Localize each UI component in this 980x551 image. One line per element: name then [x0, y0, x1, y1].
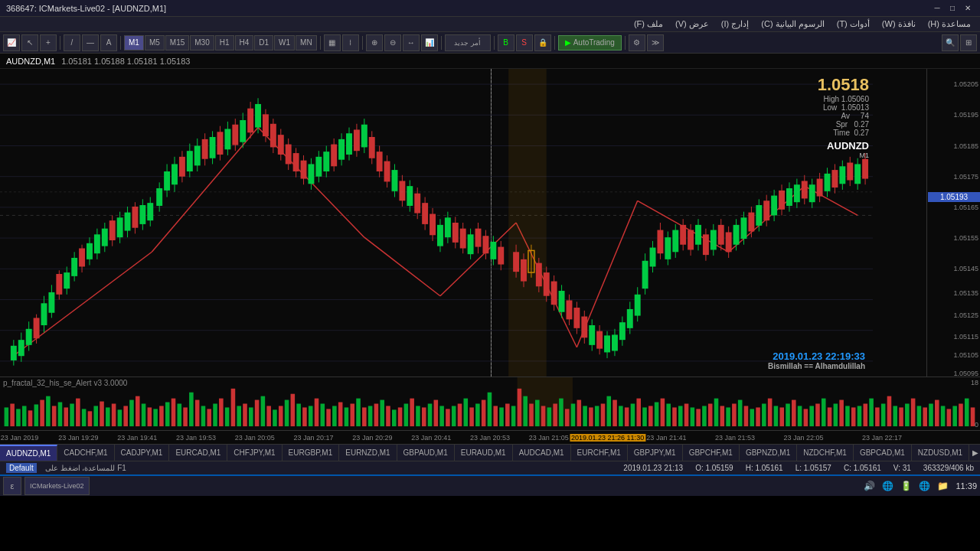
autotrading-btn[interactable]: ▶ AutoTrading: [558, 35, 622, 51]
tab-eurnzd-m1[interactable]: EURNZD,M1: [339, 445, 397, 461]
bar-btn[interactable]: ⁞: [342, 34, 359, 51]
svg-rect-384: [815, 404, 820, 427]
chart-container[interactable]: 1.0518 High 1.05060 Low 1.05013 Av 74 Sp…: [0, 69, 926, 377]
hline-tool[interactable]: —: [82, 34, 99, 51]
svg-rect-368: [720, 406, 725, 426]
svg-rect-239: [839, 166, 845, 184]
datetime-stamp: 2019.01.23 22:19:33 Bismillah == Alhamdu…: [768, 350, 865, 370]
folder-icon[interactable]: 📁: [936, 479, 949, 493]
menu-bar: مساعدة (H) نافذة (W) أدوات (T) الرسوم ال…: [0, 17, 980, 32]
svg-rect-283: [219, 399, 224, 426]
tf-m30[interactable]: M30: [190, 35, 214, 51]
sell-btn[interactable]: S: [516, 34, 533, 51]
menu-view[interactable]: عرض (V): [669, 17, 715, 31]
tab-eurgbp-m1[interactable]: EURGBP,M1: [283, 445, 340, 461]
search-btn[interactable]: 🔍: [942, 34, 959, 51]
tab-gbpchf-m1[interactable]: GBPCHF,M1: [683, 445, 740, 461]
tab-gbpjpy-m1[interactable]: GBPJPY,M1: [628, 445, 683, 461]
tab-eurchf-m1[interactable]: EURCHF,M1: [571, 445, 628, 461]
zoom-out-btn[interactable]: ⊖: [384, 34, 401, 51]
svg-rect-388: [839, 400, 844, 427]
menu-window[interactable]: نافذة (W): [876, 17, 922, 31]
candles-dip1: [293, 119, 375, 190]
tab-cadchf-m1[interactable]: CADCHF,M1: [57, 445, 114, 461]
buy-btn[interactable]: B: [498, 34, 514, 51]
tf-mn[interactable]: MN: [296, 35, 317, 51]
tab-euraud-m1[interactable]: EURAUD,M1: [455, 445, 513, 461]
svg-rect-187: [642, 261, 648, 289]
speaker-icon[interactable]: 🔊: [862, 479, 876, 493]
tf-m15[interactable]: M15: [165, 35, 189, 51]
settings-btn[interactable]: ⚙: [629, 34, 645, 51]
menu-tools[interactable]: أدوات (T): [831, 17, 876, 31]
tab-gbpcad-m1[interactable]: GBPCAD,M1: [854, 445, 912, 461]
chart-low: Low 1.05013: [818, 103, 869, 112]
tf-w1[interactable]: W1: [274, 35, 295, 51]
svg-rect-299: [315, 399, 319, 426]
tab-gbpaud-m1[interactable]: GBPAUD,M1: [397, 445, 455, 461]
indicator-btn[interactable]: 📊: [421, 34, 438, 51]
text-tool[interactable]: A: [100, 34, 117, 51]
svg-rect-339: [547, 407, 552, 426]
new-order-btn[interactable]: أمر جديد: [445, 34, 491, 51]
time-label-11: 23 Jan 21:41: [646, 434, 686, 442]
price-tick-7: 1.05145: [953, 265, 978, 272]
tab-audnzd-m1[interactable]: AUDNZD,M1: [0, 445, 57, 461]
tab-eurcad-m1[interactable]: EURCAD,M1: [169, 445, 227, 461]
new-chart-button[interactable]: 📈: [3, 34, 20, 51]
svg-rect-118: [377, 152, 383, 171]
volume-scale-high: 18: [971, 379, 978, 386]
tab-scroll-right[interactable]: ▶: [969, 445, 980, 461]
svg-rect-193: [665, 237, 671, 259]
metatrader-taskbtn[interactable]: ICMarkets-Live02: [24, 477, 90, 495]
time-label-8: 23 Jan 20:41: [411, 434, 451, 442]
tab-nzdusd-m1[interactable]: NZDUSD,M1: [912, 445, 969, 461]
start-button[interactable]: ε: [3, 477, 21, 495]
tf-h1[interactable]: H1: [215, 35, 234, 51]
svg-rect-350: [612, 400, 617, 427]
svg-rect-247: [5, 407, 9, 426]
tab-nzdchf-m1[interactable]: NZDCHF,M1: [797, 445, 854, 461]
menu-help[interactable]: مساعدة (H): [922, 17, 977, 31]
maximize-button[interactable]: □: [946, 2, 959, 15]
lock-btn[interactable]: 🔒: [534, 34, 551, 51]
crosshair-tool[interactable]: +: [40, 34, 57, 51]
svg-rect-151: [508, 69, 547, 377]
tf-h4[interactable]: H4: [235, 35, 254, 51]
tf-m1[interactable]: M1: [124, 35, 144, 51]
svg-rect-215: [748, 213, 754, 232]
tab-audcad-m1[interactable]: AUDCAD,M1: [513, 445, 571, 461]
svg-rect-311: [386, 406, 390, 426]
tab-chfjpy-m1[interactable]: CHFJPY,M1: [227, 445, 282, 461]
menu-charts[interactable]: الرسوم البيانية (C): [755, 17, 830, 31]
svg-rect-367: [714, 399, 719, 426]
line-tool[interactable]: /: [64, 34, 80, 51]
svg-rect-259: [76, 399, 80, 426]
status-close: C: 1.05161: [844, 464, 881, 472]
zoom-in-btn[interactable]: ⊕: [366, 34, 383, 51]
status-datetime: 2019.01.23 21:13: [623, 464, 683, 472]
minimize-button[interactable]: ─: [931, 2, 943, 15]
menu-insert[interactable]: إدارج (I): [715, 17, 755, 31]
taskbar-right: 🔊 🌐 🔋 🌐 📁 11:39: [862, 479, 977, 493]
svg-rect-316: [416, 406, 420, 426]
arrow-tool[interactable]: ↖: [21, 34, 38, 51]
status-volume: V: 31: [893, 464, 911, 472]
close-button[interactable]: ✕: [962, 2, 974, 15]
tab-gbpnzd-m1[interactable]: GBPNZD,M1: [740, 445, 797, 461]
status-open: O: 1.05159: [695, 464, 733, 472]
filter-btn[interactable]: ⊞: [960, 34, 977, 51]
candlestick-btn[interactable]: ▦: [324, 34, 341, 51]
svg-rect-271: [148, 407, 152, 426]
svg-rect-106: [331, 145, 337, 167]
network-icon[interactable]: 🌐: [880, 479, 894, 493]
menu-file[interactable]: ملف (F): [628, 17, 669, 31]
chrome-icon[interactable]: 🌐: [917, 479, 931, 493]
svg-rect-374: [756, 407, 760, 426]
tf-m5[interactable]: M5: [145, 35, 165, 51]
more-btn[interactable]: ≫: [647, 34, 664, 51]
chart-scroll-btn[interactable]: ↔: [403, 34, 420, 51]
svg-rect-252: [34, 404, 39, 426]
tab-cadjpy-m1[interactable]: CADJPY,M1: [115, 445, 170, 461]
tf-d1[interactable]: D1: [254, 35, 273, 51]
